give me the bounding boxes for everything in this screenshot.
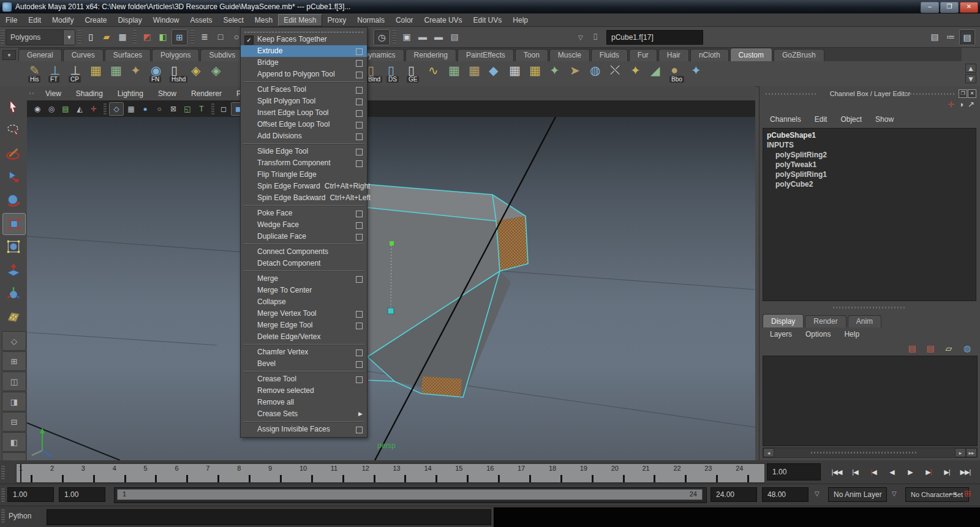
shelf-item-right-17[interactable]: ✦: [690, 63, 709, 83]
layer-scrollbar[interactable]: ◂ ▸ ▸▸: [763, 447, 978, 458]
channel-row-inputs[interactable]: INPUTS: [763, 140, 976, 150]
persp-curve-layout[interactable]: ◧: [2, 432, 26, 452]
select-component-icon[interactable]: ⊞: [172, 29, 187, 45]
vertex-green[interactable]: [390, 241, 394, 245]
contrast-icon[interactable]: ◑: [959, 100, 963, 109]
frame-15[interactable]: 15: [453, 464, 484, 482]
panel-menu-view[interactable]: View: [38, 88, 69, 100]
layer-move-up-icon[interactable]: ▤: [905, 341, 919, 356]
menu-edit-mesh[interactable]: Edit Mesh: [278, 14, 322, 26]
frame-23[interactable]: 23: [702, 464, 733, 482]
playback-end-field[interactable]: 24.00: [710, 487, 757, 502]
last-tool-polyplane[interactable]: [2, 306, 24, 327]
shelf-item-hshd[interactable]: ▯Hshd: [170, 63, 189, 83]
shelf-item-right-14[interactable]: ✦: [629, 63, 649, 83]
option-box-icon[interactable]: [356, 133, 363, 140]
menu-normals[interactable]: Normals: [352, 14, 390, 26]
panel-menu-lighting[interactable]: Lighting: [110, 88, 151, 100]
shelf-item-right-9[interactable]: ▦: [528, 63, 548, 83]
layer-menu-layers[interactable]: Layers: [764, 329, 797, 340]
step-forward-frame-button[interactable]: ▶|: [938, 463, 956, 480]
shelf-item-right-15[interactable]: ◢: [649, 63, 669, 83]
option-box-icon[interactable]: [356, 48, 363, 55]
channel-box-toggle-icon[interactable]: ▤: [959, 29, 975, 45]
universal-manipulator-tool[interactable]: [2, 236, 24, 257]
shelf-item-right-10[interactable]: ✦: [548, 63, 568, 83]
auto-key-icon[interactable]: ⊞: [964, 488, 971, 498]
step-forward-key-button[interactable]: ▶|: [920, 463, 937, 480]
default-light-icon[interactable]: T: [195, 103, 208, 115]
option-box-icon[interactable]: [356, 361, 363, 368]
frame-6[interactable]: 6: [172, 464, 203, 482]
speed-arrow-icon[interactable]: ↗: [968, 100, 974, 109]
shelf-tab-custom[interactable]: Custom: [730, 48, 772, 61]
bookmark-icon[interactable]: ▤: [59, 103, 72, 115]
shelf-item-right-13[interactable]: ⤬: [609, 63, 628, 83]
anim-end-field[interactable]: 48.00: [762, 487, 809, 502]
menu-item-bridge[interactable]: Bridge: [241, 57, 367, 69]
chan-menu-object[interactable]: Object: [835, 114, 867, 125]
command-language-toggle[interactable]: Python: [9, 512, 31, 520]
select-object-icon[interactable]: ◧: [156, 29, 170, 44]
menu-create[interactable]: Create: [79, 14, 112, 26]
frame-7[interactable]: 7: [203, 464, 235, 482]
menu-item-transform-component[interactable]: Transform Component: [241, 157, 367, 169]
highlight-selection-icon[interactable]: ≣: [197, 29, 212, 44]
menu-window[interactable]: Window: [148, 14, 185, 26]
frame-20[interactable]: 20: [609, 464, 640, 482]
menu-item-assign-invisible-faces[interactable]: Assign Invisible Faces: [241, 424, 367, 435]
shelf-item-left-9[interactable]: ◈: [190, 63, 209, 83]
shelf-item-blnd[interactable]: ▯Blnd: [366, 63, 386, 83]
option-box-icon[interactable]: [356, 87, 363, 94]
restore-button[interactable]: ❐: [940, 2, 959, 13]
menu-item-offset-edge-loop-tool[interactable]: Offset Edge Loop Tool: [241, 119, 367, 130]
group-divider[interactable]: [393, 30, 396, 43]
shelf-item-right-8[interactable]: ▦: [508, 63, 527, 83]
menu-file[interactable]: File: [0, 14, 23, 26]
panel-splitter[interactable]: [833, 307, 907, 308]
group-divider[interactable]: [133, 30, 137, 43]
option-box-icon[interactable]: [356, 122, 363, 129]
shelf-item-his[interactable]: ✎His: [28, 63, 48, 83]
menu-item-crease-sets[interactable]: Crease Sets▶: [241, 408, 367, 420]
selected-face-1[interactable]: [496, 216, 528, 271]
option-box-icon[interactable]: [356, 234, 363, 241]
option-box-icon[interactable]: [356, 323, 363, 329]
frame-3[interactable]: 3: [79, 464, 110, 482]
camera-icon[interactable]: ◉: [31, 103, 44, 115]
time-grip[interactable]: [1, 466, 5, 479]
single-pane-layout[interactable]: ◇: [2, 331, 26, 351]
frame-17[interactable]: 17: [515, 464, 546, 482]
frame-11[interactable]: 11: [328, 464, 360, 482]
attribute-editor-icon[interactable]: ▤: [927, 29, 942, 44]
shelf-tab-general[interactable]: General: [18, 49, 62, 61]
shelf-item-cp[interactable]: ⊥CP: [69, 63, 88, 83]
menu-item-detach-component[interactable]: Detach Component: [241, 258, 367, 269]
menu-help[interactable]: Help: [507, 14, 533, 26]
go-to-start-button[interactable]: |◀◀: [828, 463, 845, 480]
go-to-end-button[interactable]: ▶▶|: [957, 463, 974, 480]
square-mask-icon[interactable]: □: [213, 29, 228, 44]
option-box-icon[interactable]: [356, 211, 363, 217]
menu-item-collapse[interactable]: Collapse: [241, 296, 367, 308]
menu-edit[interactable]: Edit: [23, 14, 47, 26]
textured-icon[interactable]: ◱: [181, 103, 194, 115]
menu-proxy[interactable]: Proxy: [322, 14, 352, 26]
option-box-icon[interactable]: [356, 60, 363, 67]
menu-select[interactable]: Select: [217, 14, 249, 26]
menu-item-connect-components[interactable]: Connect Components: [241, 246, 367, 258]
command-input[interactable]: [47, 509, 491, 525]
panel-menu-show[interactable]: Show: [151, 88, 184, 100]
open-scene-icon[interactable]: ▰: [99, 29, 114, 44]
frame-9[interactable]: 9: [266, 464, 297, 482]
shelf-tab-painteffects[interactable]: PaintEffects: [458, 49, 514, 61]
channel-row-polysplitring2[interactable]: polySplitRing2: [763, 150, 976, 160]
select-tool[interactable]: [2, 97, 24, 118]
shelf-item-left-10[interactable]: ◈: [210, 63, 230, 83]
manipulator-axis-icon[interactable]: ✛: [948, 100, 954, 109]
construction-history-icon[interactable]: ◷: [374, 29, 390, 45]
isolate-cube-icon[interactable]: ◻: [217, 103, 230, 115]
character-set-dropdown[interactable]: No Character Set: [905, 487, 969, 502]
time-slider[interactable]: 123456789101112131415161718192021222324: [16, 463, 765, 483]
panel-menu-renderer[interactable]: Renderer: [184, 88, 229, 100]
